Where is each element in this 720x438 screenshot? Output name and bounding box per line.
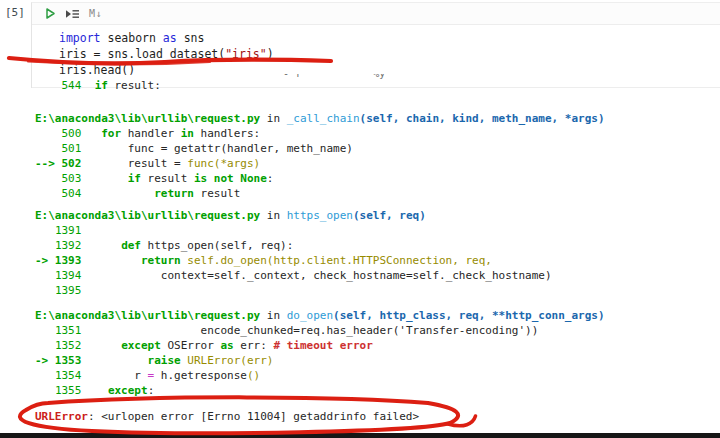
- traceback-line: -> 1393 return self.do_open(http.client.…: [0, 253, 720, 268]
- traceback-line: 1352 except OSError as err: # timeout er…: [0, 338, 720, 353]
- traceback-line: E:\anaconda3\lib\urllib\request.py in ht…: [0, 208, 720, 223]
- run-below-icon: [65, 8, 80, 20]
- traceback-line: 1355 except:: [0, 383, 720, 398]
- error-line: URLError: <urlopen error [Errno 11004] g…: [0, 409, 720, 424]
- traceback-line: 1395: [0, 283, 720, 298]
- output-area: 544 if result:E:\anaconda3\lib\urllib\re…: [0, 78, 720, 424]
- run-below-button[interactable]: [65, 8, 80, 20]
- traceback-line: E:\anaconda3\lib\urllib\request.py in _c…: [0, 111, 720, 126]
- traceback-line: 1351 encode_chunked=req.has_header('Tran…: [0, 323, 720, 338]
- traceback-line: 1354 r = h.getresponse(): [0, 368, 720, 383]
- cell-toolbar: M↓: [32, 3, 720, 25]
- traceback-line: 1391: [0, 223, 720, 238]
- play-icon: [44, 7, 56, 20]
- traceback-line: 500 for handler in handlers:: [0, 126, 720, 141]
- traceback-line: 1394 context=self._context, check_hostna…: [0, 268, 720, 283]
- traceback-line: -> 1353 raise URLError(err): [0, 353, 720, 368]
- code-line: iris = sns.load_dataset("iris"): [59, 46, 720, 62]
- execution-count: [5]: [5, 6, 25, 19]
- traceback-line: --> 502 result = func(*args): [0, 156, 720, 171]
- traceback-line: 1392 def https_open(self, req):: [0, 238, 720, 253]
- markdown-toggle-button[interactable]: M↓: [89, 8, 102, 19]
- traceback-line: 504 return result: [0, 186, 720, 201]
- bottom-black-bar: [0, 433, 720, 438]
- code-line: import seaborn as sns: [59, 30, 720, 46]
- traceback-line: E:\anaconda3\lib\urllib\request.py in do…: [0, 308, 720, 323]
- notebook-page: [5] M↓ import seaborn as snsiris = sns.l…: [0, 0, 720, 438]
- traceback-line: 501 func = getattr(handler, meth_name): [0, 141, 720, 156]
- traceback: 544 if result:E:\anaconda3\lib\urllib\re…: [0, 78, 720, 424]
- traceback-line: 503 if result is not None:: [0, 171, 720, 186]
- run-cell-button[interactable]: [44, 7, 56, 20]
- traceback-line: 544 if result:: [0, 78, 720, 93]
